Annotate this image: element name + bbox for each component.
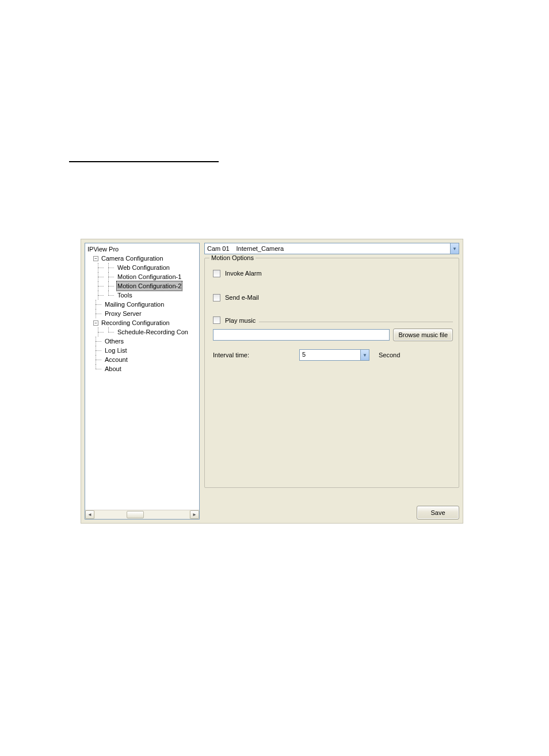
scroll-thumb[interactable]	[127, 511, 144, 518]
tree-log-list[interactable]: Log List	[104, 346, 128, 355]
motion-options-group: Motion Options Invoke Alarm Send e-Mail …	[204, 258, 459, 488]
play-music-checkbox[interactable]	[213, 316, 220, 324]
camera-name: Internet_Camera	[237, 245, 284, 252]
camera-id: Cam 01	[207, 245, 230, 252]
tree-others[interactable]: Others	[104, 337, 125, 346]
scroll-left-icon[interactable]: ◄	[85, 510, 94, 519]
scroll-right-icon[interactable]: ►	[190, 510, 199, 519]
interval-time-label: Interval time:	[213, 352, 293, 358]
tree-mailing-config[interactable]: Mailing Configuration	[104, 300, 165, 309]
expander-icon[interactable]: −	[93, 256, 98, 261]
tree-account[interactable]: Account	[104, 355, 129, 364]
interval-time-combo[interactable]: 5 ▼	[299, 349, 369, 361]
tree-motion-config-2[interactable]: Motion Configuration-2	[116, 281, 182, 291]
interval-unit-label: Second	[379, 352, 400, 358]
tree-motion-config-1[interactable]: Motion Configuration-1	[116, 272, 182, 281]
play-music-label: Play music	[225, 317, 256, 324]
send-email-label: Send e-Mail	[225, 294, 259, 301]
divider-line	[69, 161, 219, 162]
expander-icon[interactable]: −	[93, 320, 98, 326]
tree-tools[interactable]: Tools	[116, 291, 134, 300]
invoke-alarm-checkbox[interactable]	[213, 270, 220, 277]
send-email-checkbox[interactable]	[213, 294, 220, 301]
interval-value[interactable]: 5	[299, 349, 360, 361]
config-tree-panel: IPView Pro − Camera Configuration	[85, 243, 200, 520]
dropdown-icon[interactable]: ▼	[450, 243, 459, 254]
music-file-input[interactable]	[213, 329, 390, 341]
tree-recording-config[interactable]: Recording Configuration	[100, 318, 171, 327]
play-music-subgroup: Play music Browse music file Interval ti…	[213, 322, 453, 361]
browse-music-button[interactable]: Browse music file	[393, 329, 453, 341]
settings-window: IPView Pro − Camera Configuration	[81, 239, 463, 524]
camera-select-field: Cam 01 Internet_Camera	[204, 243, 450, 254]
save-button[interactable]: Save	[417, 506, 459, 520]
tree-about[interactable]: About	[104, 364, 123, 373]
config-tree[interactable]: IPView Pro − Camera Configuration	[85, 243, 199, 375]
scroll-track[interactable]	[95, 510, 189, 519]
tree-camera-config[interactable]: Camera Configuration	[100, 254, 165, 263]
invoke-alarm-label: Invoke Alarm	[225, 270, 262, 277]
tree-h-scrollbar[interactable]: ◄ ►	[85, 510, 199, 519]
tree-proxy-server[interactable]: Proxy Server	[104, 309, 143, 318]
group-title: Motion Options	[209, 254, 256, 261]
content-panel: Cam 01 Internet_Camera ▼ Motion Options …	[200, 243, 459, 520]
tree-schedule-recording[interactable]: Schedule-Recording Con	[116, 327, 189, 337]
camera-select[interactable]: Cam 01 Internet_Camera ▼	[204, 243, 459, 254]
dropdown-icon[interactable]: ▼	[360, 349, 369, 361]
tree-root[interactable]: IPView Pro	[86, 245, 120, 254]
tree-web-config[interactable]: Web Configuration	[116, 263, 171, 272]
